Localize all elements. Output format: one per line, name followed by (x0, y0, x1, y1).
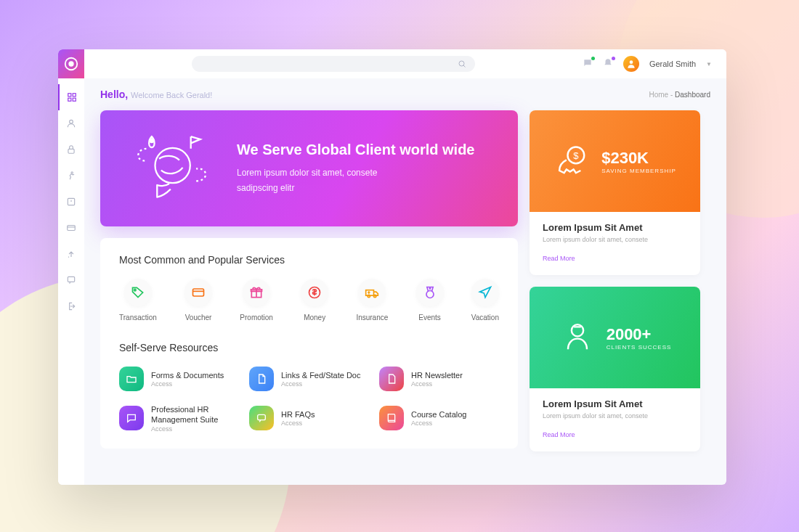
app-window: Gerald Smith ▼ Hello, Welcome Back Geral… (58, 49, 726, 485)
file-icon (379, 367, 404, 391)
resource-hr-suite[interactable]: Professional HR Management SuiteAccess (119, 404, 239, 433)
document-icon (249, 367, 274, 391)
resource-faqs[interactable]: HR FAQsAccess (249, 404, 369, 433)
chat-icon[interactable] (583, 58, 593, 70)
sidebar (58, 78, 84, 485)
nav-archive[interactable] (58, 189, 84, 215)
svg-rect-13 (68, 226, 76, 231)
read-more-link[interactable]: Read More (543, 255, 575, 262)
services-panel: Most Common and Popular Services Transac… (100, 238, 518, 449)
breadcrumb-home[interactable]: Home (649, 91, 669, 99)
search-icon (458, 60, 466, 68)
nav-dashboard[interactable] (58, 84, 84, 110)
service-money[interactable]: Money (301, 279, 328, 322)
service-insurance[interactable]: Insurance (356, 279, 388, 322)
svg-rect-15 (68, 277, 74, 282)
greeting: Hello, Welcome Back Gerald! (100, 89, 212, 100)
resource-newsletter[interactable]: HR NewsletterAccess (379, 367, 499, 391)
service-vacation[interactable]: Vacation (471, 279, 499, 322)
svg-point-1 (68, 61, 73, 66)
ambulance-icon (358, 279, 386, 306)
hero-title: We Serve Global Client world wide (237, 142, 474, 158)
svg-rect-19 (193, 289, 204, 296)
search-input[interactable] (192, 56, 475, 72)
medal-icon (416, 279, 444, 306)
nav-upload[interactable] (58, 241, 84, 267)
bell-icon[interactable] (603, 58, 613, 70)
svg-point-18 (134, 289, 137, 291)
nav-comment[interactable] (58, 267, 84, 293)
book-icon (379, 406, 404, 430)
service-promotion[interactable]: Promotion (240, 279, 273, 322)
svg-rect-10 (68, 149, 74, 153)
nav-card[interactable] (58, 215, 84, 241)
svg-text:$: $ (573, 150, 579, 161)
svg-point-28 (426, 291, 434, 298)
svg-rect-7 (68, 98, 71, 101)
svg-point-4 (630, 60, 633, 64)
svg-rect-8 (73, 98, 76, 101)
nav-runner[interactable] (58, 163, 84, 189)
client-icon (559, 319, 596, 356)
svg-rect-6 (73, 94, 76, 97)
hero-banner: We Serve Global Client world wide Lorem … (100, 110, 518, 226)
service-voucher[interactable]: Voucher (184, 279, 212, 322)
service-events[interactable]: Events (416, 279, 444, 322)
service-transaction[interactable]: Transaction (119, 279, 157, 322)
svg-point-17 (150, 139, 154, 142)
avatar[interactable] (623, 56, 639, 72)
read-more-link[interactable]: Read More (543, 431, 575, 438)
nav-lock[interactable] (58, 136, 84, 163)
nav-logout[interactable] (58, 293, 84, 319)
svg-point-9 (70, 120, 73, 123)
services-title: Most Common and Popular Services (119, 254, 499, 266)
resource-catalog[interactable]: Course CatalogAccess (379, 404, 499, 433)
user-name: Gerald Smith (649, 60, 696, 68)
dollar-icon (301, 279, 328, 306)
card-clients: 2000+ CLIENTS SUCCESS Lorem Ipsum Sit Am… (530, 287, 700, 451)
content: Hello, Welcome Back Gerald! Home - Dashb… (84, 78, 726, 485)
folder-icon (119, 367, 144, 391)
card-icon (184, 279, 212, 306)
svg-point-16 (155, 148, 190, 183)
svg-point-2 (459, 61, 464, 66)
chat-bubble-icon (249, 406, 274, 430)
nav-user[interactable] (58, 110, 84, 136)
comment-icon (119, 406, 144, 430)
resource-forms[interactable]: Forms & DocumentsAccess (119, 367, 239, 391)
svg-point-11 (71, 172, 73, 173)
globe-icon (122, 128, 216, 208)
breadcrumb: Home - Dashboard (649, 91, 711, 99)
topbar: Gerald Smith ▼ (58, 49, 726, 78)
plane-icon (471, 279, 499, 306)
tag-icon (124, 279, 152, 306)
resource-links[interactable]: Links & Fed/State DocAccess (249, 367, 369, 391)
svg-rect-5 (68, 94, 71, 97)
svg-line-3 (463, 65, 466, 67)
caret-down-icon[interactable]: ▼ (706, 61, 712, 67)
logo[interactable] (58, 49, 84, 78)
resources-title: Self-Serve Resources (119, 342, 499, 353)
gift-icon (243, 279, 270, 306)
card-savings: $ $230K SAVING MEMBERSHIP Lorem Ipsum Si… (530, 110, 700, 275)
saving-icon: $ (553, 142, 591, 180)
svg-rect-29 (258, 415, 266, 420)
